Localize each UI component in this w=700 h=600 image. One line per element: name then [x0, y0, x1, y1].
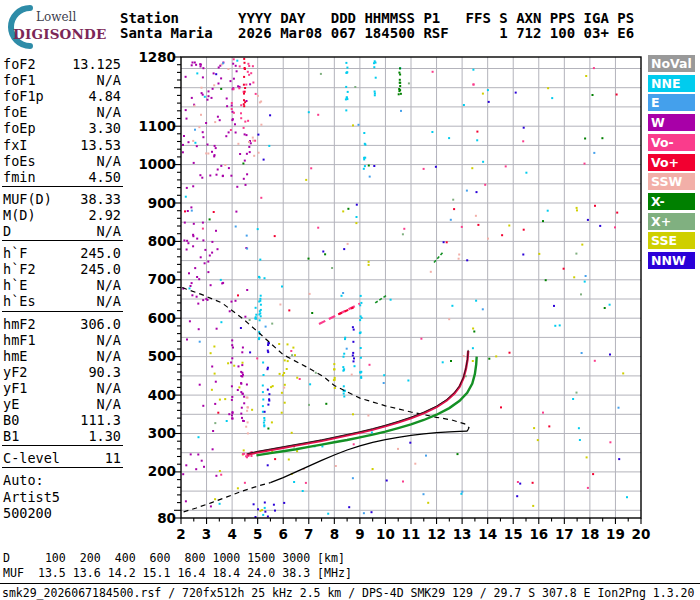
x-axis-tick-label: 3: [202, 526, 211, 542]
plot-gridlines: [181, 57, 641, 518]
legend-item-ssw: SSW: [648, 173, 695, 190]
y-axis-tick-label: 200: [148, 463, 176, 479]
x-axis-tick-label: 8: [330, 526, 339, 542]
x-axis-tick-label: 9: [355, 526, 364, 542]
x-axis-tick-label: 16: [529, 526, 548, 542]
y-axis-tick-label: 800: [148, 233, 176, 249]
x-mode-trace: [256, 357, 476, 456]
x-axis-tick-label: 14: [478, 526, 497, 542]
x-axis-tick-label: 17: [555, 526, 574, 542]
legend-item-vo: Vo+: [648, 154, 695, 171]
x-axis-tick-label: 12: [427, 526, 446, 542]
true-height-profile: [270, 431, 467, 483]
x-axis-tick-label: 5: [253, 526, 262, 542]
y-axis-tick-label: 1000: [138, 156, 176, 172]
noise-dots: [182, 58, 628, 518]
x-axis-tick-label: 11: [402, 526, 421, 542]
y-axis-labels: 12801100100090080070060050040030020080: [138, 49, 176, 526]
o-mode-trace: [247, 351, 468, 455]
x-axis-tick-label: 15: [504, 526, 523, 542]
y-axis-tick-label: 300: [148, 425, 176, 441]
legend-item-nne: NNE: [648, 75, 695, 92]
x-axis-tick-label: 6: [279, 526, 288, 542]
legend-item-sse: SSE: [648, 232, 695, 249]
y-axis-tick-label: 400: [148, 387, 176, 403]
y-axis-tick-label: 900: [148, 195, 176, 211]
status-line: smk29_2026067184500.rsf / 720fx512h 25 k…: [2, 586, 694, 600]
x-axis-tick-label: 18: [580, 526, 599, 542]
legend-item-w: W: [648, 114, 695, 131]
legend-item-x: X+: [648, 213, 695, 230]
y-axis-tick-label: 1280: [138, 49, 176, 65]
x-axis-tick-label: 19: [606, 526, 625, 542]
ionogram-plot: 1280110010009008007006005004003002008023…: [0, 0, 700, 600]
x-axis-tick-label: 13: [453, 526, 472, 542]
bottom-divider: [0, 583, 700, 584]
profile-dashed-topside: [182, 288, 469, 432]
distance-row: D 100 200 400 600 800 1000 1500 3000 [km…: [3, 551, 345, 565]
y-axis-tick-label: 500: [148, 348, 176, 364]
y-axis-tick-label: 80: [157, 510, 176, 526]
x-axis-tick-label: 4: [227, 526, 236, 542]
muf-row: MUF 13.5 13.6 14.2 15.1 16.4 18.4 24.0 3…: [3, 566, 352, 580]
oblique-echo-segment: [338, 308, 353, 315]
y-axis-tick-label: 1100: [138, 118, 176, 134]
y-axis-tick-label: 700: [148, 271, 176, 287]
legend-item-noval: NoVal: [648, 55, 695, 72]
y-axis-tick-label: 600: [148, 310, 176, 326]
x-axis-labels: 234567891011121314151617181920: [176, 526, 650, 542]
ionogram-app: Lowell DIGISONDE Station YYYY DAY DDD HH…: [0, 0, 700, 600]
legend-item-x: X-: [648, 193, 695, 210]
x-axis-tick-label: 2: [176, 526, 185, 542]
legend-item-nnw: NNW: [648, 252, 695, 269]
legend-item-e: E: [648, 94, 695, 111]
x-axis-tick-label: 10: [376, 526, 395, 542]
x-axis-tick-label: 7: [304, 526, 313, 542]
legend-item-vo: Vo-: [648, 134, 695, 151]
x-axis-tick-label: 20: [632, 526, 651, 542]
